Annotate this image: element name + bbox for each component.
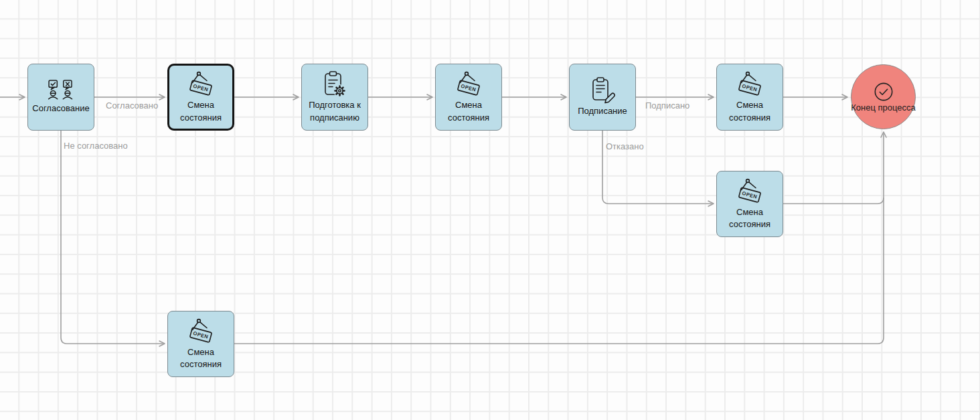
node-label: Смена состояния [170, 346, 232, 371]
node-end[interactable]: Конец процесса [851, 64, 916, 129]
node-label: Конец процесса [851, 102, 916, 113]
edge-state-change-4-to-end[interactable] [783, 198, 884, 204]
open-sign-icon: OPEN [186, 318, 216, 346]
node-label: Подписание [578, 105, 627, 118]
node-state-change-3[interactable]: OPEN Смена состояния [716, 64, 783, 131]
node-state-change-5[interactable]: OPEN Смена состояния [167, 311, 234, 377]
node-label: Смена состояния [438, 99, 499, 124]
node-label: Смена состояния [719, 99, 781, 124]
clipboard-pen-icon [588, 76, 617, 104]
edge-label-approved[interactable]: Согласовано [106, 100, 158, 111]
node-state-change-4[interactable]: OPEN Смена состояния [716, 171, 783, 237]
edge-label-rejected[interactable]: Отказано [606, 141, 644, 151]
edge-label-not-approved[interactable]: Не согласовано [64, 141, 128, 151]
node-label: Смена состояния [171, 99, 230, 124]
node-signing[interactable]: Подписание [569, 64, 636, 131]
edge-state-change-5-to-end[interactable] [234, 132, 884, 344]
edge-approval-to-state-change-5[interactable] [61, 131, 165, 344]
node-preparation[interactable]: Подготовка к подписанию [301, 64, 368, 131]
approval-people-icon [47, 79, 75, 102]
edge-label-signed[interactable]: Подписано [645, 100, 689, 111]
node-label: Согласование [32, 102, 89, 115]
check-circle-icon [874, 82, 894, 102]
open-sign-icon: OPEN [735, 70, 764, 98]
open-sign-icon: OPEN [186, 70, 216, 98]
node-label: Подготовка к подписанию [304, 99, 365, 124]
open-sign-icon: OPEN [735, 178, 764, 206]
workflow-canvas[interactable]: Согласовано Не согласовано Подписано Отк… [0, 0, 980, 420]
node-state-change-1[interactable]: OPEN Смена состояния [167, 64, 234, 131]
node-approval[interactable]: Согласование [27, 64, 94, 131]
clipboard-gear-icon [320, 70, 349, 98]
node-state-change-2[interactable]: OPEN Смена состояния [435, 64, 502, 131]
node-label: Смена состояния [719, 206, 781, 231]
open-sign-icon: OPEN [454, 70, 483, 98]
